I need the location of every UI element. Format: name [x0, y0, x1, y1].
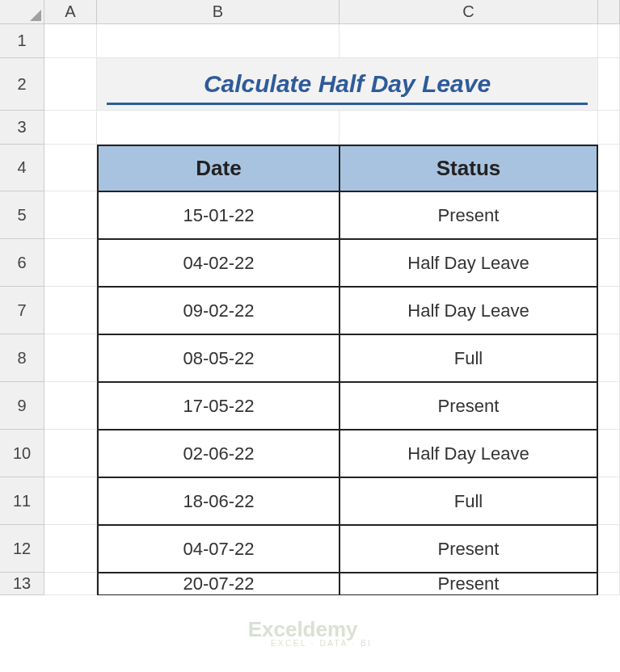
cell-a4[interactable]	[44, 145, 97, 191]
cell-a13[interactable]	[44, 573, 97, 595]
watermark: Exceldemy EXCEL · DATA · BI	[248, 617, 373, 648]
row-header-11[interactable]: 11	[0, 477, 44, 525]
table-row[interactable]: 04-02-22	[97, 239, 340, 287]
table-row[interactable]: Present	[340, 573, 598, 595]
row-header-7[interactable]: 7	[0, 287, 44, 334]
table-row[interactable]: 02-06-22	[97, 430, 340, 477]
cell-a9[interactable]	[44, 382, 97, 430]
cell-a6[interactable]	[44, 239, 97, 287]
cell-c1[interactable]	[340, 24, 598, 58]
cell-a11[interactable]	[44, 477, 97, 525]
cell-d12[interactable]	[598, 525, 620, 573]
cell-a1[interactable]	[44, 24, 97, 58]
cell-a7[interactable]	[44, 287, 97, 334]
cell-a10[interactable]	[44, 430, 97, 477]
row-header-2[interactable]: 2	[0, 58, 44, 111]
cell-d9[interactable]	[598, 382, 620, 430]
row-header-3[interactable]: 3	[0, 111, 44, 145]
table-header-status[interactable]: Status	[340, 145, 598, 191]
table-row[interactable]: Full	[340, 477, 598, 525]
row-header-13[interactable]: 13	[0, 573, 44, 595]
cell-a12[interactable]	[44, 525, 97, 573]
row-header-4[interactable]: 4	[0, 145, 44, 191]
table-row[interactable]: Half Day Leave	[340, 430, 598, 477]
table-row[interactable]: 20-07-22	[97, 573, 340, 595]
table-row[interactable]: 08-05-22	[97, 334, 340, 382]
table-row[interactable]: Half Day Leave	[340, 239, 598, 287]
row-header-6[interactable]: 6	[0, 239, 44, 287]
table-row[interactable]: 15-01-22	[97, 191, 340, 239]
row-header-8[interactable]: 8	[0, 334, 44, 382]
row-header-9[interactable]: 9	[0, 382, 44, 430]
row-header-10[interactable]: 10	[0, 430, 44, 477]
cell-b1[interactable]	[97, 24, 340, 58]
cell-d5[interactable]	[598, 191, 620, 239]
cell-a3[interactable]	[44, 111, 97, 145]
spreadsheet-grid: A B C 1 2 Calculate Half Day Leave 3 4 D…	[0, 0, 620, 595]
cell-d3[interactable]	[598, 111, 620, 145]
table-header-date[interactable]: Date	[97, 145, 340, 191]
cell-a8[interactable]	[44, 334, 97, 382]
row-header-1[interactable]: 1	[0, 24, 44, 58]
row-header-5[interactable]: 5	[0, 191, 44, 239]
title-text: Calculate Half Day Leave	[204, 70, 491, 98]
table-row[interactable]: Half Day Leave	[340, 287, 598, 334]
cell-d2[interactable]	[598, 58, 620, 111]
cell-a2[interactable]	[44, 58, 97, 111]
cell-c3[interactable]	[340, 111, 598, 145]
table-row[interactable]: 09-02-22	[97, 287, 340, 334]
table-row[interactable]: Present	[340, 525, 598, 573]
title-underline	[107, 103, 588, 105]
row-header-12[interactable]: 12	[0, 525, 44, 573]
watermark-main: Exceldemy	[248, 617, 373, 642]
watermark-sub: EXCEL · DATA · BI	[271, 639, 373, 648]
col-header-b[interactable]: B	[97, 0, 340, 24]
cell-d1[interactable]	[598, 24, 620, 58]
select-all-corner[interactable]	[0, 0, 44, 24]
cell-b3[interactable]	[97, 111, 340, 145]
table-row[interactable]: 17-05-22	[97, 382, 340, 430]
cell-a5[interactable]	[44, 191, 97, 239]
col-header-extra[interactable]	[598, 0, 620, 24]
table-row[interactable]: 18-06-22	[97, 477, 340, 525]
cell-d13[interactable]	[598, 573, 620, 595]
cell-d6[interactable]	[598, 239, 620, 287]
cell-d7[interactable]	[598, 287, 620, 334]
col-header-a[interactable]: A	[44, 0, 97, 24]
cell-d8[interactable]	[598, 334, 620, 382]
table-row[interactable]: Present	[340, 191, 598, 239]
col-header-c[interactable]: C	[340, 0, 598, 24]
cell-d11[interactable]	[598, 477, 620, 525]
table-row[interactable]: 04-07-22	[97, 525, 340, 573]
cell-d4[interactable]	[598, 145, 620, 191]
title-banner[interactable]: Calculate Half Day Leave	[97, 58, 598, 111]
table-row[interactable]: Present	[340, 382, 598, 430]
table-row[interactable]: Full	[340, 334, 598, 382]
cell-d10[interactable]	[598, 430, 620, 477]
